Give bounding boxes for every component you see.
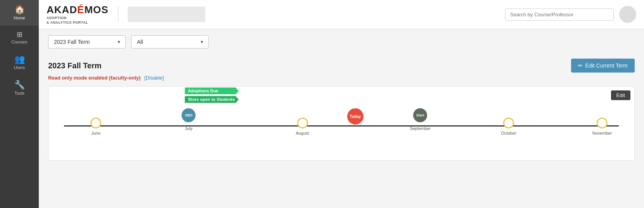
logo-main: AKADÉMOS xyxy=(47,4,109,16)
logo-text: AKADÉMOS ADOPTION& ANALYTICS PORTAL xyxy=(47,4,109,25)
sidebar-item-tools[interactable]: 🔧 Tools xyxy=(0,75,39,101)
june-label: June xyxy=(91,131,100,135)
timeline-node-september: Start September xyxy=(410,110,431,131)
read-only-notice: Read only mode enabled (faculty-only) [D… xyxy=(48,75,635,81)
sbo-circle: SBO xyxy=(182,108,196,122)
term-dropdown[interactable]: 2023 Fall Term 2023 Spring Term 2022 Fal… xyxy=(48,35,126,49)
courses-icon: ⊞ xyxy=(17,31,23,38)
term-header: 2023 Fall Term ✏ Edit Current Term xyxy=(48,59,635,73)
timeline-line xyxy=(64,125,619,127)
november-label: November xyxy=(592,131,612,135)
filter-dropdown[interactable]: All Adopted Not Adopted xyxy=(131,35,209,49)
june-circle xyxy=(90,118,101,128)
august-circle xyxy=(297,118,308,128)
sidebar-item-courses[interactable]: ⊞ Courses xyxy=(0,26,39,50)
start-circle: Start xyxy=(413,108,427,122)
october-label: October xyxy=(501,131,516,135)
sidebar-item-users[interactable]: 👥 Users xyxy=(0,50,39,75)
timeline-node-october: October xyxy=(501,118,516,135)
timeline-node-sbo: Adoptions Due Store open to Students SBO… xyxy=(182,110,196,131)
sidebar: 🏠 Home ⊞ Courses 👥 Users 🔧 Tools xyxy=(0,0,39,208)
main-content: AKADÉMOS ADOPTION& ANALYTICS PORTAL 2023… xyxy=(39,0,644,208)
content-area: 2023 Fall Term ✏ Edit Current Term Read … xyxy=(39,55,644,208)
header-banner-image xyxy=(128,7,205,22)
sidebar-item-home[interactable]: 🏠 Home xyxy=(0,0,39,26)
avatar xyxy=(619,6,636,23)
november-circle xyxy=(597,118,608,128)
timeline-node-today: Today xyxy=(347,110,364,128)
tools-icon: 🔧 xyxy=(14,81,25,89)
read-only-text: Read only mode enabled (faculty-only) xyxy=(48,75,140,81)
logo-area: AKADÉMOS ADOPTION& ANALYTICS PORTAL xyxy=(47,4,205,25)
controls-bar: 2023 Fall Term 2023 Spring Term 2022 Fal… xyxy=(39,29,644,55)
timeline-container: Edit June Adoptions Due Store open to St… xyxy=(48,86,635,161)
adoptions-due-banner: Adoptions Due xyxy=(185,87,239,94)
october-circle xyxy=(503,118,514,128)
edit-timeline-button[interactable]: Edit xyxy=(611,90,630,100)
timeline-wrapper: June Adoptions Due Store open to Student… xyxy=(56,106,627,149)
disable-link[interactable]: [Disable] xyxy=(144,75,164,81)
timeline-node-june: June xyxy=(90,118,101,135)
home-icon: 🏠 xyxy=(14,5,25,14)
edit-term-button[interactable]: ✏ Edit Current Term xyxy=(571,59,635,73)
edit-term-btn-label: Edit Current Term xyxy=(585,62,628,69)
sidebar-label-courses: Courses xyxy=(12,40,28,44)
timeline-node-november: November xyxy=(592,118,612,135)
sidebar-label-users: Users xyxy=(14,65,25,70)
filter-dropdown-wrapper: All Adopted Not Adopted xyxy=(131,35,209,49)
sidebar-label-tools: Tools xyxy=(14,91,24,95)
term-dropdown-wrapper: 2023 Fall Term 2023 Spring Term 2022 Fal… xyxy=(48,35,126,49)
sidebar-label-home: Home xyxy=(14,16,25,20)
header: AKADÉMOS ADOPTION& ANALYTICS PORTAL xyxy=(39,0,644,29)
term-title: 2023 Fall Term xyxy=(48,61,101,70)
today-circle: Today xyxy=(347,108,364,125)
search-input[interactable] xyxy=(505,9,614,21)
logo-accent: É xyxy=(77,4,84,16)
users-icon: 👥 xyxy=(14,55,25,64)
timeline-node-august: August xyxy=(296,118,309,135)
pencil-icon: ✏ xyxy=(578,62,583,69)
september-label: September xyxy=(410,126,431,131)
logo-divider xyxy=(118,7,118,22)
sbo-label: July xyxy=(185,126,193,131)
store-open-banner: Store open to Students xyxy=(185,96,239,103)
august-label: August xyxy=(296,131,309,135)
logo-sub: ADOPTION& ANALYTICS PORTAL xyxy=(47,16,109,25)
